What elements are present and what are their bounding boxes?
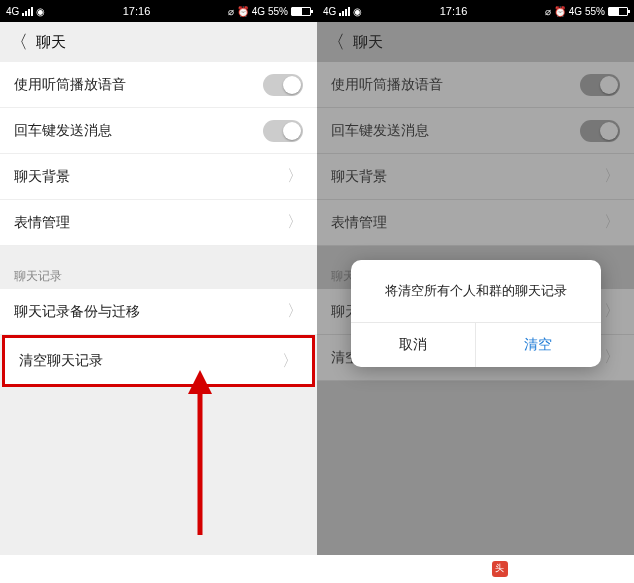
alarm-icon: ⏰	[237, 6, 249, 17]
toggle-enter-send[interactable]	[263, 120, 303, 142]
battery-pct: 55%	[585, 6, 605, 17]
row-label: 使用听筒播放语音	[14, 76, 126, 94]
section-header-chatlog: 聊天记录	[0, 260, 317, 289]
vibrate-icon: ⌀	[545, 6, 551, 17]
page-header: 〈 聊天	[0, 22, 317, 62]
wifi-icon: ◉	[353, 6, 362, 17]
row-enter-send[interactable]: 回车键发送消息	[317, 108, 634, 154]
chevron-right-icon: 〉	[282, 351, 298, 372]
row-label: 表情管理	[331, 214, 387, 232]
row-earpiece-audio[interactable]: 使用听筒播放语音	[0, 62, 317, 108]
signal-icon	[339, 7, 350, 16]
row-label: 聊天记录备份与迁移	[14, 303, 140, 321]
back-icon[interactable]: 〈	[327, 30, 345, 54]
row-earpiece-audio[interactable]: 使用听筒播放语音	[317, 62, 634, 108]
page-title: 聊天	[36, 33, 66, 52]
watermark: 头 头条 @手机科技先锋	[492, 560, 624, 577]
annotation-arrow-icon	[180, 370, 220, 540]
alarm-icon: ⏰	[554, 6, 566, 17]
row-label: 使用听筒播放语音	[331, 76, 443, 94]
svg-marker-1	[188, 370, 212, 394]
net-type: 4G	[569, 6, 582, 17]
network-label: 4G	[6, 6, 19, 17]
chevron-right-icon: 〉	[287, 301, 303, 322]
row-label: 聊天背景	[14, 168, 70, 186]
row-label: 清空聊天记录	[19, 352, 103, 370]
battery-icon	[291, 7, 311, 16]
back-icon[interactable]: 〈	[10, 30, 28, 54]
screenshot-right: 4G ◉ 17:16 ⌀ ⏰ 4G 55% 〈 聊天 使用听筒播放语音 回车键发…	[317, 0, 634, 555]
status-bar: 4G ◉ 17:16 ⌀ ⏰ 4G 55%	[0, 0, 317, 22]
status-bar: 4G ◉ 17:16 ⌀ ⏰ 4G 55%	[317, 0, 634, 22]
row-label: 回车键发送消息	[14, 122, 112, 140]
cancel-button[interactable]: 取消	[351, 323, 477, 367]
row-clear-chatlog[interactable]: 清空聊天记录 〉	[5, 338, 312, 384]
status-time: 17:16	[123, 5, 151, 17]
row-enter-send[interactable]: 回车键发送消息	[0, 108, 317, 154]
confirm-dialog: 将清空所有个人和群的聊天记录 取消 清空	[351, 260, 601, 367]
row-sticker-manage[interactable]: 表情管理 〉	[317, 200, 634, 246]
wifi-icon: ◉	[36, 6, 45, 17]
row-label: 聊天背景	[331, 168, 387, 186]
toggle-earpiece[interactable]	[263, 74, 303, 96]
toggle-earpiece[interactable]	[580, 74, 620, 96]
annotation-highlight: 清空聊天记录 〉	[2, 335, 315, 387]
watermark-prefix: 头条	[512, 560, 536, 577]
chevron-right-icon: 〉	[287, 166, 303, 187]
vibrate-icon: ⌀	[228, 6, 234, 17]
chevron-right-icon: 〉	[604, 212, 620, 233]
row-label: 表情管理	[14, 214, 70, 232]
watermark-account: @手机科技先锋	[540, 560, 624, 577]
chevron-right-icon: 〉	[604, 301, 620, 322]
row-label: 回车键发送消息	[331, 122, 429, 140]
row-chat-background[interactable]: 聊天背景 〉	[0, 154, 317, 200]
confirm-button[interactable]: 清空	[476, 323, 601, 367]
toggle-enter-send[interactable]	[580, 120, 620, 142]
screenshot-left: 4G ◉ 17:16 ⌀ ⏰ 4G 55% 〈 聊天 使用听筒播放语音 回车键发…	[0, 0, 317, 555]
status-time: 17:16	[440, 5, 468, 17]
battery-pct: 55%	[268, 6, 288, 17]
signal-icon	[22, 7, 33, 16]
net-type: 4G	[252, 6, 265, 17]
page-title: 聊天	[353, 33, 383, 52]
row-backup-migrate[interactable]: 聊天记录备份与迁移 〉	[0, 289, 317, 335]
dialog-message: 将清空所有个人和群的聊天记录	[351, 260, 601, 323]
network-label: 4G	[323, 6, 336, 17]
chevron-right-icon: 〉	[287, 212, 303, 233]
page-header: 〈 聊天	[317, 22, 634, 62]
row-chat-background[interactable]: 聊天背景 〉	[317, 154, 634, 200]
chevron-right-icon: 〉	[604, 166, 620, 187]
chevron-right-icon: 〉	[604, 347, 620, 368]
row-sticker-manage[interactable]: 表情管理 〉	[0, 200, 317, 246]
battery-icon	[608, 7, 628, 16]
toutiao-icon: 头	[492, 561, 508, 577]
